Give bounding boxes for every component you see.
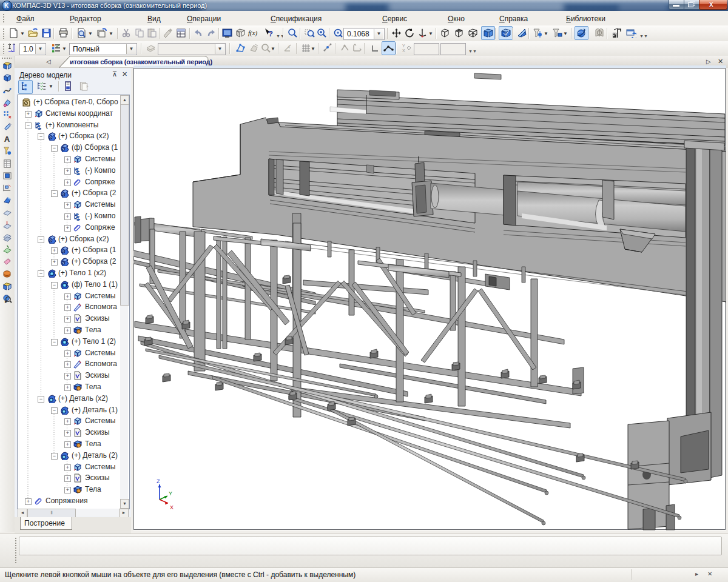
svg-text:Y: Y (169, 490, 172, 497)
svg-text:Z: Z (157, 478, 160, 484)
svg-text:4: 4 (288, 45, 290, 49)
svg-text:f(x): f(x) (248, 29, 258, 37)
svg-text:?: ? (268, 29, 273, 38)
svg-text:Y: Y (402, 44, 405, 48)
svg-text:X: X (402, 48, 405, 53)
svg-text:X: X (170, 504, 174, 510)
